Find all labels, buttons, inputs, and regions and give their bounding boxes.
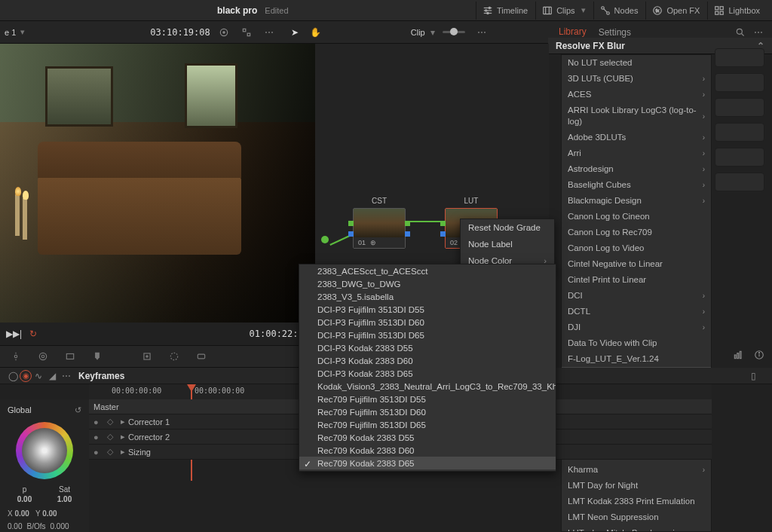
nav-timeline[interactable]: Timeline xyxy=(476,2,534,20)
tool-tracker-icon[interactable] xyxy=(137,348,157,365)
tool-qualifier-icon[interactable] xyxy=(87,348,107,365)
lut-option[interactable]: Rec709 Fujifilm 3513DI D65 xyxy=(299,418,556,431)
svg-point-32 xyxy=(170,353,177,359)
source-timecode[interactable]: 03:10:19:08 xyxy=(150,27,210,38)
zoom-slider[interactable] xyxy=(443,31,465,33)
picker-icon[interactable] xyxy=(215,23,233,41)
tool-primaries-icon[interactable] xyxy=(33,348,53,365)
lib-item[interactable]: DJI› xyxy=(562,320,711,335)
lib-item[interactable]: Canon Log to Video xyxy=(562,240,711,256)
clip-label: Clip xyxy=(411,28,425,37)
lib-item[interactable]: Data To Video with Clip xyxy=(562,335,711,351)
color-wheel[interactable] xyxy=(16,422,73,479)
svg-rect-33 xyxy=(198,354,204,359)
lib-item[interactable]: Baselight Cubes› xyxy=(562,177,711,193)
lut-option[interactable]: DCI-P3 Kodak 2383 D65 xyxy=(299,367,556,380)
lib-item[interactable]: Arri› xyxy=(562,145,711,161)
expand-icon[interactable] xyxy=(237,23,256,41)
nav-nodes[interactable]: Nodes xyxy=(593,2,645,20)
wheels-icon[interactable]: ◉ xyxy=(20,370,32,382)
wheel-y-value[interactable]: 0.00 xyxy=(42,509,57,518)
wheel-label: Global xyxy=(8,405,32,414)
lib-item[interactable]: F-Log_LUT_E_Ver.1.24 xyxy=(562,351,711,367)
svg-point-28 xyxy=(41,355,44,358)
lib-item[interactable]: Adobe 3DLUTs› xyxy=(562,130,711,145)
lut-option[interactable]: DCI-P3 Kodak 2383 D60 xyxy=(299,354,556,367)
lib-item[interactable]: 3D LUTs (CUBE)› xyxy=(562,71,711,87)
nav-clips[interactable]: Clips▾ xyxy=(535,2,591,20)
lib-item[interactable]: Cintel Print to Linear xyxy=(562,272,711,288)
project-title: black pro xyxy=(217,5,257,16)
svg-line-11 xyxy=(603,8,607,12)
graph-input[interactable] xyxy=(321,236,329,243)
node-more-icon[interactable]: ⋯ xyxy=(473,23,491,41)
lut-option[interactable]: 2383_DWG_to_DWG xyxy=(299,277,556,290)
lib-item[interactable]: DCTL› xyxy=(562,304,711,320)
svg-point-27 xyxy=(39,353,46,359)
lib-item[interactable]: ACES› xyxy=(562,87,711,102)
scopes-icon[interactable]: ◯ xyxy=(6,371,20,381)
lut-option[interactable]: fotokem2383_V1 xyxy=(299,469,556,472)
ctx-reset-node[interactable]: Reset Node Grade xyxy=(461,219,554,236)
lib-item[interactable]: Canon Log to Cineon xyxy=(562,209,711,225)
fx-badge-icon: ⊛ xyxy=(370,239,376,246)
lib-item[interactable]: No LUT selected xyxy=(562,55,711,71)
wheel-reset-icon[interactable]: ↺ xyxy=(75,405,81,415)
lib-item[interactable]: LMT Neon Suppression xyxy=(562,509,711,525)
scope-icon[interactable] xyxy=(730,347,746,363)
lib-item[interactable]: Blackmagic Design› xyxy=(562,193,711,209)
lut-option[interactable]: Rec709 Kodak 2383 D55 xyxy=(299,431,556,444)
lut-option[interactable]: DCI-P3 Fujifilm 3513DI D55 xyxy=(299,303,556,316)
svg-point-24 xyxy=(14,355,17,358)
lib-item[interactable]: ARRI Look Library LogC3 (log-to-log)› xyxy=(562,102,711,130)
lut-option[interactable]: ✓Rec709 Kodak 2383 D65 xyxy=(299,457,556,469)
project-status: Edited xyxy=(265,6,288,15)
tool-blur-icon[interactable] xyxy=(164,348,184,365)
tool-key-icon[interactable] xyxy=(191,348,211,365)
viewer[interactable] xyxy=(0,44,315,323)
kf-more-icon[interactable]: ⋯ xyxy=(62,371,71,381)
nav-lightbox[interactable]: Lightbox xyxy=(707,2,766,20)
nav-openfx[interactable]: fxOpen FX xyxy=(645,2,706,20)
tool-curves-icon[interactable] xyxy=(6,348,26,365)
lut-option[interactable]: DCI-P3 Kodak 2383 D55 xyxy=(299,341,556,354)
wheel-hp-value[interactable]: 0.00 xyxy=(17,495,32,503)
lib-item[interactable]: LMT Day for Night xyxy=(562,478,711,494)
wheel-sat-value[interactable]: 1.00 xyxy=(57,495,72,503)
lib-item[interactable]: Kharma› xyxy=(562,462,711,478)
lib-item[interactable]: Astrodesign› xyxy=(562,161,711,177)
lib-item[interactable]: LMT Kodak 2383 Print Emulation xyxy=(562,494,711,509)
ramp-icon[interactable]: ◢ xyxy=(45,371,59,381)
lut-option[interactable]: DCI-P3 Fujifilm 3513DI D65 xyxy=(299,329,556,341)
lib-item[interactable]: DCI› xyxy=(562,288,711,304)
lut-option[interactable]: 2383_V3_5.isabella xyxy=(299,290,556,303)
tool-window-icon[interactable] xyxy=(60,348,80,365)
node-cst[interactable]: CST 01⊛ xyxy=(353,208,406,249)
info-icon[interactable] xyxy=(751,347,767,363)
waveform-icon[interactable]: ∿ xyxy=(32,371,45,381)
wheel-r-value[interactable]: 0.00 xyxy=(8,522,22,530)
ctx-node-label[interactable]: Node Label xyxy=(461,236,554,252)
color-wheel-panel: Global↺ p0.00 Sat1.00 X 0.00 Y 0.00 0.00… xyxy=(0,399,89,532)
lut-option[interactable]: Rec709 Fujifilm 3513DI D55 xyxy=(299,393,556,405)
collapse-icon[interactable]: ▯ xyxy=(745,368,761,384)
wheel-x-value[interactable]: 0.00 xyxy=(14,509,29,518)
lut-option[interactable]: Rec709 Kodak 2383 D60 xyxy=(299,444,556,457)
lib-item[interactable]: LUTs_by_Mitch_Bogdanowicz› xyxy=(562,525,711,532)
lut-option[interactable]: 2383_ACEScct_to_ACEScct xyxy=(299,264,556,277)
next-icon[interactable]: ▶▶| xyxy=(6,329,22,339)
svg-rect-29 xyxy=(66,354,73,359)
lut-option[interactable]: DCI-P3 Fujifilm 3513DI D60 xyxy=(299,316,556,329)
more-icon[interactable]: ⋯ xyxy=(260,23,278,41)
svg-line-23 xyxy=(742,33,744,35)
pointer-icon[interactable]: ➤ xyxy=(286,23,304,41)
loop-icon[interactable]: ↻ xyxy=(29,329,37,339)
lib-item[interactable]: Canon Log to Rec709 xyxy=(562,225,711,240)
lib-item[interactable]: Cintel Negative to Linear xyxy=(562,256,711,272)
lut-option[interactable]: Rec709 Fujifilm 3513DI D60 xyxy=(299,405,556,418)
hand-icon[interactable]: ✋ xyxy=(307,23,325,41)
lut-option[interactable]: Kodak_Vision3_2383_Neutral_Arri_LogC3_to… xyxy=(299,380,556,393)
svg-rect-34 xyxy=(734,355,736,359)
lut-library-list[interactable]: No LUT selected3D LUTs (CUBE)›ACES›ARRI … xyxy=(561,54,712,532)
wheel-bofs-value[interactable]: 0.000 xyxy=(50,522,69,530)
